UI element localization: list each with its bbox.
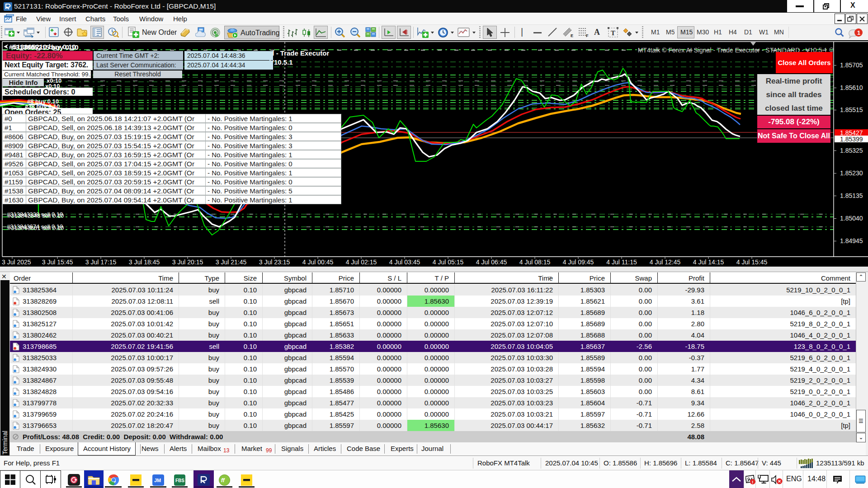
svg-text:!: ! xyxy=(752,480,753,484)
svg-text:FBS: FBS xyxy=(175,478,184,483)
svg-text:ff: ff xyxy=(221,477,225,483)
svg-text:JM: JM xyxy=(154,478,161,483)
